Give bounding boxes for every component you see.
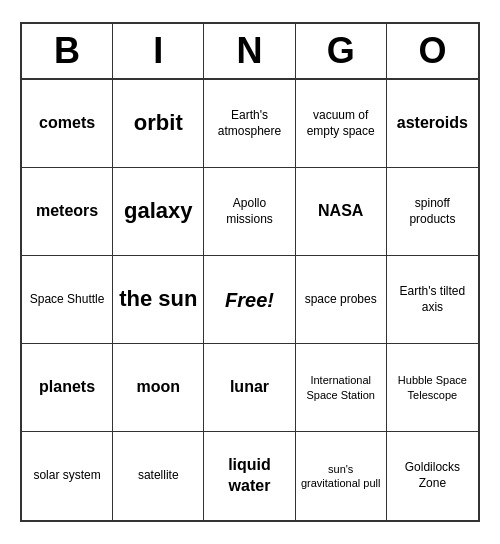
bingo-cell-3: vacuum of empty space (296, 80, 387, 168)
header-letter-o: O (387, 24, 478, 78)
bingo-header: BINGO (22, 24, 478, 80)
bingo-cell-4: asteroids (387, 80, 478, 168)
bingo-cell-14: Earth's tilted axis (387, 256, 478, 344)
bingo-grid: cometsorbitEarth's atmospherevacuum of e… (22, 80, 478, 520)
bingo-cell-6: galaxy (113, 168, 204, 256)
bingo-cell-1: orbit (113, 80, 204, 168)
bingo-cell-11: the sun (113, 256, 204, 344)
bingo-cell-23: sun's gravitational pull (296, 432, 387, 520)
bingo-card: BINGO cometsorbitEarth's atmospherevacuu… (20, 22, 480, 522)
bingo-cell-5: meteors (22, 168, 113, 256)
bingo-cell-7: Apollo missions (204, 168, 295, 256)
bingo-cell-8: NASA (296, 168, 387, 256)
bingo-cell-24: Goldilocks Zone (387, 432, 478, 520)
header-letter-n: N (204, 24, 295, 78)
bingo-cell-17: lunar (204, 344, 295, 432)
bingo-cell-2: Earth's atmosphere (204, 80, 295, 168)
header-letter-b: B (22, 24, 113, 78)
bingo-cell-9: spinoff products (387, 168, 478, 256)
bingo-cell-15: planets (22, 344, 113, 432)
bingo-cell-20: solar system (22, 432, 113, 520)
bingo-cell-16: moon (113, 344, 204, 432)
header-letter-g: G (296, 24, 387, 78)
bingo-cell-10: Space Shuttle (22, 256, 113, 344)
bingo-cell-21: satellite (113, 432, 204, 520)
header-letter-i: I (113, 24, 204, 78)
bingo-cell-18: International Space Station (296, 344, 387, 432)
bingo-cell-0: comets (22, 80, 113, 168)
bingo-cell-13: space probes (296, 256, 387, 344)
bingo-cell-12: Free! (204, 256, 295, 344)
bingo-cell-22: liquid water (204, 432, 295, 520)
bingo-cell-19: Hubble Space Telescope (387, 344, 478, 432)
